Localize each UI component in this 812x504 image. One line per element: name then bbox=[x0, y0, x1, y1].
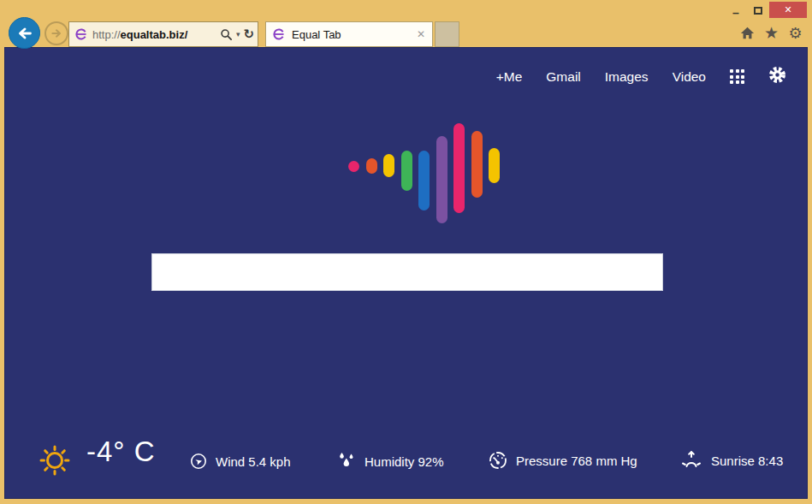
maximize-icon bbox=[754, 7, 762, 15]
ie-page-icon bbox=[74, 27, 88, 41]
apps-grid-icon[interactable] bbox=[730, 69, 744, 84]
home-icon[interactable] bbox=[738, 24, 756, 42]
humidity-label: Humidity 92% bbox=[365, 454, 444, 469]
nav-link-images[interactable]: Images bbox=[605, 69, 649, 85]
search-input[interactable] bbox=[151, 253, 663, 291]
browser-toolbar: http://equaltab.biz/ ▾ ↻ Equal Tab ✕ bbox=[0, 19, 812, 47]
logo-bar bbox=[366, 158, 377, 174]
address-bar-icons: ▾ ↻ bbox=[220, 28, 254, 41]
back-arrow-icon bbox=[15, 24, 34, 43]
pressure-icon bbox=[489, 451, 507, 470]
logo-bar bbox=[436, 136, 447, 223]
forward-button[interactable] bbox=[44, 21, 68, 45]
page-content: +Me Gmail Images Video bbox=[4, 47, 808, 499]
title-bar[interactable]: – ✕ bbox=[0, 0, 812, 19]
favorites-star-icon[interactable]: ★ bbox=[762, 24, 780, 42]
nav-link-video[interactable]: Video bbox=[673, 69, 706, 85]
sun-icon bbox=[38, 443, 72, 481]
refresh-icon[interactable]: ↻ bbox=[243, 28, 254, 41]
toolbar-icons: ★ ⚙ bbox=[738, 24, 804, 42]
weather-item-humidity: Humidity 92% bbox=[337, 451, 444, 471]
chevron-down-icon[interactable]: ▾ bbox=[234, 31, 242, 39]
settings-gear-icon[interactable] bbox=[768, 66, 786, 87]
page-nav: +Me Gmail Images Video bbox=[496, 66, 786, 87]
url-text[interactable]: http://equaltab.biz/ bbox=[92, 28, 220, 41]
new-tab-button[interactable] bbox=[435, 21, 459, 47]
humidity-icon bbox=[337, 451, 356, 471]
browser-window: – ✕ http://equaltab.biz/ bbox=[0, 0, 812, 504]
tab-title: Equal Tab bbox=[292, 28, 415, 41]
window-controls: – ✕ bbox=[725, 2, 807, 18]
nav-link-me[interactable]: +Me bbox=[496, 69, 523, 85]
logo-bar bbox=[471, 131, 483, 198]
logo-bar bbox=[401, 151, 412, 191]
nav-link-gmail[interactable]: Gmail bbox=[546, 69, 580, 85]
logo-bar bbox=[348, 161, 359, 172]
sunrise-icon bbox=[680, 449, 702, 471]
logo-bar bbox=[489, 148, 500, 183]
close-button[interactable]: ✕ bbox=[769, 2, 807, 18]
logo-bar bbox=[383, 154, 394, 177]
logo bbox=[348, 121, 504, 225]
logo-bar bbox=[453, 123, 465, 213]
minimize-button[interactable]: – bbox=[725, 2, 747, 18]
maximize-button[interactable] bbox=[747, 2, 769, 18]
search-icon[interactable] bbox=[220, 28, 233, 41]
wind-label: Wind 5.4 kph bbox=[216, 454, 291, 469]
weather-bar: -4° C Wind 5.4 kph Humidity 92% bbox=[5, 412, 807, 498]
tab-close-icon[interactable]: ✕ bbox=[415, 28, 427, 40]
url-scheme: http:// bbox=[92, 28, 121, 41]
pressure-label: Pressure 768 mm Hg bbox=[516, 454, 637, 468]
weather-item-sunrise: Sunrise 8:43 bbox=[680, 449, 783, 471]
tab-favicon-icon bbox=[272, 27, 286, 41]
url-host: equaltab.biz/ bbox=[121, 28, 188, 41]
weather-item-wind: Wind 5.4 kph bbox=[190, 453, 291, 470]
logo-bar bbox=[418, 151, 430, 210]
wind-icon bbox=[190, 453, 207, 470]
sunrise-label: Sunrise 8:43 bbox=[711, 454, 783, 468]
tab-equal-tab[interactable]: Equal Tab ✕ bbox=[265, 21, 433, 47]
temperature-value: -4° C bbox=[86, 436, 156, 468]
tools-gear-icon[interactable]: ⚙ bbox=[786, 24, 804, 42]
weather-item-pressure: Pressure 768 mm Hg bbox=[489, 451, 637, 470]
forward-arrow-icon bbox=[50, 27, 63, 40]
back-button[interactable] bbox=[9, 17, 40, 49]
address-bar[interactable]: http://equaltab.biz/ ▾ ↻ bbox=[68, 21, 258, 47]
